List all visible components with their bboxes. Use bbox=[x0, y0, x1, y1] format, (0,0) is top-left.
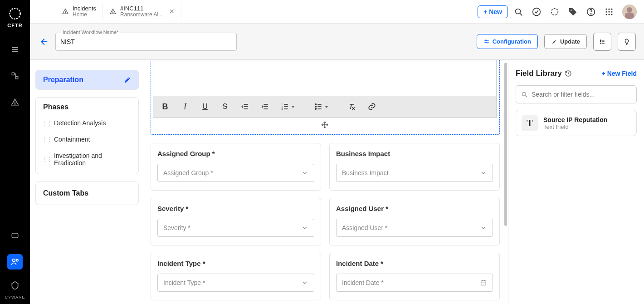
update-button[interactable]: Update bbox=[544, 34, 587, 49]
svg-point-37 bbox=[485, 39, 486, 40]
field-incident-type[interactable]: Incident Type * Incident Type * bbox=[151, 253, 321, 300]
text-field-icon: T bbox=[522, 115, 538, 131]
svg-text:3: 3 bbox=[282, 108, 283, 110]
richtext-dropzone[interactable]: B I U S 123 bbox=[151, 60, 500, 135]
tab-title: #INC111 bbox=[120, 5, 163, 12]
brand-label: CYWARE bbox=[5, 295, 25, 299]
field-label: Business Impact bbox=[336, 150, 493, 157]
field-incident-date[interactable]: Incident Date * Incident Date * bbox=[329, 253, 500, 300]
field-search-input[interactable] bbox=[532, 91, 632, 98]
scrollbar[interactable] bbox=[503, 63, 508, 301]
configuration-label: Configuration bbox=[493, 38, 531, 45]
preparation-stage[interactable]: Preparation bbox=[35, 70, 139, 90]
app-name: CFTR bbox=[7, 23, 22, 28]
select-placeholder: Assigned Group * bbox=[163, 169, 213, 177]
workflow-name-input[interactable] bbox=[55, 33, 237, 51]
assigned-group-select[interactable]: Assigned Group * bbox=[157, 164, 314, 182]
avatar[interactable] bbox=[622, 5, 637, 19]
search-icon[interactable] bbox=[513, 7, 523, 17]
svg-point-12 bbox=[65, 13, 65, 13]
bulb-button[interactable] bbox=[618, 33, 636, 51]
field-library-item[interactable]: T Source IP Reputation Text Field bbox=[516, 110, 637, 136]
new-button-label: New bbox=[489, 8, 502, 15]
tab-incident-open[interactable]: #INC111 Ransomware Al... ✕ bbox=[103, 3, 181, 20]
app-logo bbox=[9, 7, 21, 20]
help-icon[interactable] bbox=[586, 7, 596, 17]
severity-select[interactable]: Severity * bbox=[157, 219, 314, 237]
select-placeholder: Business Impact bbox=[342, 169, 389, 177]
svg-line-16 bbox=[520, 13, 522, 15]
svg-point-17 bbox=[533, 8, 541, 15]
tag-icon[interactable] bbox=[568, 7, 578, 17]
search-icon bbox=[521, 91, 528, 98]
assigned-user-select[interactable]: Assigned User * bbox=[336, 219, 493, 237]
tab-title: Incidents bbox=[73, 5, 96, 12]
field-label: Incident Type * bbox=[157, 260, 314, 267]
clear-format-icon[interactable] bbox=[347, 102, 356, 111]
drag-handle-icon[interactable]: ⋮⋮ bbox=[42, 136, 51, 142]
apps-icon[interactable] bbox=[604, 7, 614, 17]
configuration-button[interactable]: Configuration bbox=[477, 34, 538, 49]
custom-tabs-card[interactable]: Custom Tabs bbox=[35, 181, 139, 205]
field-search[interactable] bbox=[516, 85, 637, 103]
phases-card: Phases ⋮⋮ Detection Analysis ⋮⋮ Containm… bbox=[35, 97, 139, 174]
drag-handle-icon[interactable]: ⋮⋮ bbox=[42, 156, 51, 162]
outdent-icon[interactable] bbox=[240, 102, 249, 111]
user-settings-icon[interactable] bbox=[7, 254, 23, 270]
unordered-list-icon[interactable] bbox=[314, 102, 323, 111]
phase-label: Containment bbox=[54, 136, 90, 143]
loading-icon[interactable] bbox=[550, 7, 560, 17]
phase-item[interactable]: ⋮⋮ Detection Analysis bbox=[36, 115, 138, 131]
rocket-icon bbox=[551, 39, 557, 45]
drag-handle-icon[interactable]: ⋮⋮ bbox=[42, 120, 51, 126]
underline-icon[interactable]: U bbox=[200, 102, 210, 111]
field-name: Source IP Reputation bbox=[543, 116, 607, 123]
hierarchy-icon[interactable] bbox=[7, 68, 23, 83]
tab-incidents[interactable]: Incidents Home bbox=[55, 3, 103, 20]
svg-rect-8 bbox=[12, 233, 18, 238]
link-icon[interactable] bbox=[367, 102, 376, 111]
close-icon[interactable]: ✕ bbox=[169, 8, 175, 15]
indent-icon[interactable] bbox=[260, 102, 269, 111]
menu-icon[interactable] bbox=[7, 42, 23, 57]
strikethrough-icon[interactable]: S bbox=[220, 102, 229, 111]
svg-point-18 bbox=[551, 8, 558, 15]
phase-item[interactable]: ⋮⋮ Containment bbox=[36, 131, 138, 147]
approve-icon[interactable] bbox=[532, 7, 542, 17]
svg-point-70 bbox=[522, 92, 526, 96]
edit-icon[interactable] bbox=[124, 76, 131, 83]
topbar: Incidents Home #INC111 Ransomware Al... … bbox=[30, 0, 644, 24]
list-button[interactable] bbox=[593, 33, 611, 51]
svg-point-30 bbox=[611, 14, 612, 15]
italic-icon[interactable]: I bbox=[181, 102, 190, 111]
bold-icon[interactable]: B bbox=[161, 102, 170, 111]
brand-icon bbox=[7, 278, 23, 293]
card-icon[interactable] bbox=[7, 228, 23, 243]
incident-date-input[interactable]: Incident Date * bbox=[336, 274, 493, 292]
field-assigned-group[interactable]: Assigned Group * Assigned Group * bbox=[151, 143, 321, 191]
incident-type-select[interactable]: Incident Type * bbox=[157, 274, 314, 292]
business-impact-select[interactable]: Business Impact bbox=[336, 164, 493, 182]
field-severity[interactable]: Severity * Severity * bbox=[151, 198, 321, 245]
warning-icon bbox=[109, 8, 117, 15]
field-business-impact[interactable]: Business Impact Business Impact bbox=[329, 143, 500, 191]
svg-point-62 bbox=[315, 108, 317, 110]
ordered-list-icon[interactable]: 123 bbox=[280, 102, 289, 111]
move-handle-icon[interactable] bbox=[153, 118, 497, 129]
richtext-editor[interactable] bbox=[153, 60, 496, 96]
plus-icon: + bbox=[483, 8, 487, 15]
svg-point-10 bbox=[16, 260, 18, 261]
alert-icon[interactable] bbox=[7, 94, 23, 110]
svg-point-38 bbox=[487, 42, 488, 43]
field-assigned-user[interactable]: Assigned User * Assigned User * bbox=[329, 198, 500, 245]
svg-point-9 bbox=[13, 259, 15, 262]
new-field-label: New Field bbox=[607, 70, 637, 77]
new-button[interactable]: + New bbox=[478, 5, 508, 18]
select-placeholder: Incident Type * bbox=[163, 279, 205, 286]
phase-label: Detection Analysis bbox=[54, 119, 106, 127]
richtext-toolbar: B I U S 123 bbox=[153, 96, 496, 118]
new-field-button[interactable]: + New Field bbox=[601, 70, 637, 77]
back-icon[interactable] bbox=[38, 36, 49, 47]
history-icon[interactable] bbox=[565, 70, 572, 77]
phase-item[interactable]: ⋮⋮ Investigation and Eradication bbox=[36, 147, 138, 171]
